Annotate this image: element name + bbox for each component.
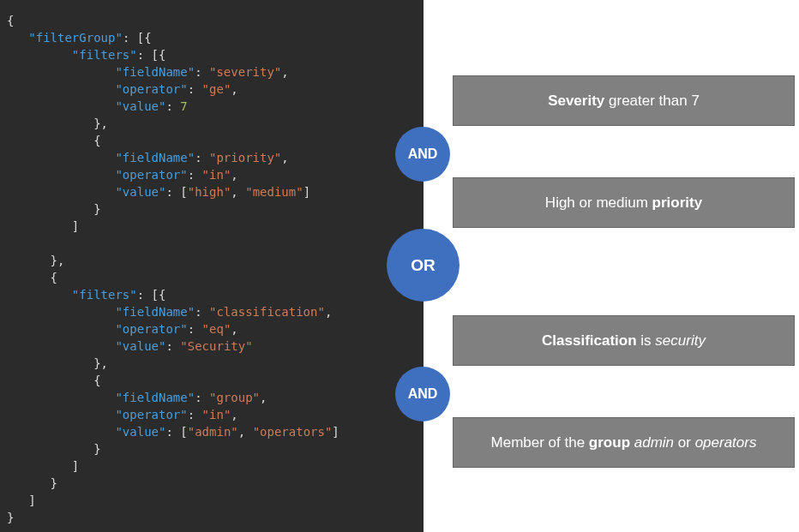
code-str-priority: "priority" [209,151,281,164]
operator-badge-and: AND [395,367,450,421]
description-box-priority: High or medium priority [453,177,795,228]
description-segment: operators [695,434,757,451]
code-key-fieldName: "fieldName" [115,65,195,79]
description-segment: Severity [548,93,604,110]
code-str-severity: "severity" [209,65,281,79]
description-segment: High or medium [545,194,652,212]
code-key-filterGroup: "filterGroup" [28,31,123,45]
description-segment: Member of the [491,434,589,451]
code-str-classification: "classification" [209,305,325,319]
description-box-severity: Severity greater than 7 [453,75,795,126]
code-str-in: "in" [202,168,231,182]
description-box-classification: Classification is security [453,315,795,366]
operator-badge-and: AND [395,127,450,182]
description-segment: greater than 7 [604,93,700,110]
description-box-group: Member of the group admin or operators [453,417,795,468]
description-segment: or [674,434,695,451]
description-segment: group [589,434,630,451]
code-panel: { "filterGroup": [{ "filters": [{ "field… [0,0,424,532]
operator-badge-or: OR [387,229,460,302]
description-segment: Classification [542,332,637,350]
code-str-group: "group" [209,391,260,404]
code-brace: { [7,14,14,27]
code-num-seven: 7 [180,99,187,113]
code-str-eq: "eq" [202,322,231,336]
code-key-filters: "filters" [72,48,137,62]
description-segment: admin [634,434,674,451]
description-segment: priority [652,194,703,212]
code-str-ge: "ge" [202,82,231,96]
description-segment: security [655,332,706,350]
description-segment: is [637,332,656,350]
code-str-Security: "Security" [180,339,252,353]
